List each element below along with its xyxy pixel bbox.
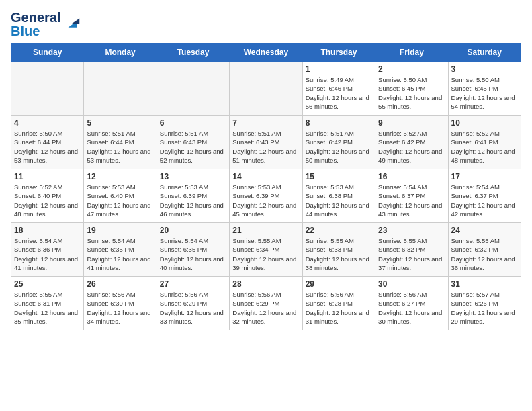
calendar-week-row: 1Sunrise: 5:49 AMSunset: 6:46 PMDaylight… [11,62,521,116]
day-info: Sunrise: 5:51 AMSunset: 6:44 PMDaylight:… [87,129,153,165]
calendar-day-cell: 31Sunrise: 5:57 AMSunset: 6:26 PMDayligh… [448,277,521,330]
calendar-day-cell: 2Sunrise: 5:50 AMSunset: 6:45 PMDaylight… [375,62,448,116]
weekday-header-row: SundayMondayTuesdayWednesdayThursdayFrid… [11,44,521,62]
day-number: 29 [306,279,372,289]
calendar-week-row: 4Sunrise: 5:50 AMSunset: 6:44 PMDaylight… [11,116,521,169]
day-info: Sunrise: 5:51 AMSunset: 6:42 PMDaylight:… [306,129,372,165]
day-info: Sunrise: 5:55 AMSunset: 6:32 PMDaylight:… [378,236,445,272]
calendar-day-cell: 5Sunrise: 5:51 AMSunset: 6:44 PMDaylight… [84,116,157,169]
calendar-day-cell: 22Sunrise: 5:55 AMSunset: 6:33 PMDayligh… [302,223,375,277]
day-number: 16 [378,172,445,181]
calendar-day-cell: 21Sunrise: 5:55 AMSunset: 6:34 PMDayligh… [230,223,302,277]
day-info: Sunrise: 5:55 AMSunset: 6:34 PMDaylight:… [232,236,299,272]
calendar-table: SundayMondayTuesdayWednesdayThursdayFrid… [11,43,521,330]
svg-marker-1 [73,19,80,24]
weekday-header: Friday [375,44,448,62]
calendar-day-cell: 7Sunrise: 5:51 AMSunset: 6:43 PMDaylight… [230,116,302,169]
day-info: Sunrise: 5:49 AMSunset: 6:46 PMDaylight:… [306,75,372,111]
calendar-day-cell [157,62,229,116]
calendar-day-cell: 28Sunrise: 5:56 AMSunset: 6:29 PMDayligh… [230,277,302,330]
day-number: 31 [451,279,518,289]
weekday-header: Wednesday [230,44,302,62]
day-info: Sunrise: 5:54 AMSunset: 6:35 PMDaylight:… [160,236,226,272]
calendar-day-cell: 10Sunrise: 5:52 AMSunset: 6:41 PMDayligh… [448,116,521,169]
calendar-day-cell: 27Sunrise: 5:56 AMSunset: 6:29 PMDayligh… [157,277,229,330]
calendar-day-cell: 6Sunrise: 5:51 AMSunset: 6:43 PMDaylight… [157,116,229,169]
day-info: Sunrise: 5:50 AMSunset: 6:44 PMDaylight:… [14,129,81,165]
day-info: Sunrise: 5:56 AMSunset: 6:28 PMDaylight:… [306,290,372,326]
calendar-week-row: 18Sunrise: 5:54 AMSunset: 6:36 PMDayligh… [11,223,521,277]
logo-general: General [11,11,60,24]
day-number: 5 [87,118,153,128]
day-number: 18 [14,226,81,235]
day-number: 3 [451,64,518,74]
calendar-day-cell: 16Sunrise: 5:54 AMSunset: 6:37 PMDayligh… [375,169,448,223]
day-info: Sunrise: 5:53 AMSunset: 6:40 PMDaylight:… [87,183,153,218]
calendar-day-cell: 11Sunrise: 5:52 AMSunset: 6:40 PMDayligh… [11,169,84,223]
day-info: Sunrise: 5:56 AMSunset: 6:27 PMDaylight:… [378,290,445,326]
calendar-day-cell: 14Sunrise: 5:53 AMSunset: 6:39 PMDayligh… [230,169,302,223]
day-info: Sunrise: 5:52 AMSunset: 6:42 PMDaylight:… [378,129,445,165]
day-number: 4 [14,118,81,128]
day-info: Sunrise: 5:52 AMSunset: 6:40 PMDaylight:… [14,183,81,218]
day-info: Sunrise: 5:50 AMSunset: 6:45 PMDaylight:… [378,75,445,111]
day-info: Sunrise: 5:57 AMSunset: 6:26 PMDaylight:… [451,290,518,326]
day-number: 13 [160,172,226,181]
calendar-week-row: 25Sunrise: 5:55 AMSunset: 6:31 PMDayligh… [11,277,521,330]
day-info: Sunrise: 5:56 AMSunset: 6:30 PMDaylight:… [87,290,153,326]
day-info: Sunrise: 5:54 AMSunset: 6:37 PMDaylight:… [378,183,445,218]
calendar-day-cell: 24Sunrise: 5:55 AMSunset: 6:32 PMDayligh… [448,223,521,277]
calendar-day-cell: 23Sunrise: 5:55 AMSunset: 6:32 PMDayligh… [375,223,448,277]
day-number: 6 [160,118,226,128]
day-number: 9 [378,118,445,128]
day-number: 22 [306,226,372,235]
day-number: 7 [232,118,299,128]
day-info: Sunrise: 5:51 AMSunset: 6:43 PMDaylight:… [232,129,299,165]
calendar-day-cell: 15Sunrise: 5:53 AMSunset: 6:38 PMDayligh… [302,169,375,223]
day-number: 25 [14,279,81,289]
day-number: 2 [378,64,445,74]
logo-blue: Blue [11,24,60,38]
weekday-header: Monday [84,44,157,62]
day-info: Sunrise: 5:53 AMSunset: 6:39 PMDaylight:… [160,183,226,218]
weekday-header: Tuesday [157,44,229,62]
calendar-day-cell: 25Sunrise: 5:55 AMSunset: 6:31 PMDayligh… [11,277,84,330]
calendar-day-cell: 13Sunrise: 5:53 AMSunset: 6:39 PMDayligh… [157,169,229,223]
day-info: Sunrise: 5:54 AMSunset: 6:36 PMDaylight:… [14,236,81,272]
day-number: 17 [451,172,518,181]
day-info: Sunrise: 5:55 AMSunset: 6:32 PMDaylight:… [451,236,518,272]
day-number: 28 [232,279,299,289]
day-number: 10 [451,118,518,128]
day-info: Sunrise: 5:54 AMSunset: 6:35 PMDaylight:… [87,236,153,272]
day-info: Sunrise: 5:56 AMSunset: 6:29 PMDaylight:… [160,290,226,326]
calendar-day-cell: 20Sunrise: 5:54 AMSunset: 6:35 PMDayligh… [157,223,229,277]
calendar-body: 1Sunrise: 5:49 AMSunset: 6:46 PMDaylight… [11,62,521,330]
calendar-day-cell: 3Sunrise: 5:50 AMSunset: 6:45 PMDaylight… [448,62,521,116]
day-info: Sunrise: 5:51 AMSunset: 6:43 PMDaylight:… [160,129,226,165]
day-number: 27 [160,279,226,289]
calendar-day-cell: 29Sunrise: 5:56 AMSunset: 6:28 PMDayligh… [302,277,375,330]
day-number: 12 [87,172,153,181]
calendar-day-cell: 8Sunrise: 5:51 AMSunset: 6:42 PMDaylight… [302,116,375,169]
calendar-day-cell [11,62,84,116]
day-info: Sunrise: 5:53 AMSunset: 6:39 PMDaylight:… [232,183,299,218]
day-info: Sunrise: 5:50 AMSunset: 6:45 PMDaylight:… [451,75,518,111]
day-number: 21 [232,226,299,235]
day-info: Sunrise: 5:52 AMSunset: 6:41 PMDaylight:… [451,129,518,165]
day-number: 1 [306,64,372,74]
day-number: 11 [14,172,81,181]
weekday-header: Thursday [302,44,375,62]
calendar-week-row: 11Sunrise: 5:52 AMSunset: 6:40 PMDayligh… [11,169,521,223]
logo: General Blue [11,11,82,38]
day-number: 30 [378,279,445,289]
day-info: Sunrise: 5:53 AMSunset: 6:38 PMDaylight:… [306,183,372,218]
calendar-day-cell: 18Sunrise: 5:54 AMSunset: 6:36 PMDayligh… [11,223,84,277]
day-number: 19 [87,226,153,235]
calendar-day-cell [230,62,302,116]
calendar-day-cell: 12Sunrise: 5:53 AMSunset: 6:40 PMDayligh… [84,169,157,223]
day-number: 15 [306,172,372,181]
header: General Blue [11,11,521,38]
day-number: 14 [232,172,299,181]
logo-icon [63,15,82,34]
calendar-day-cell: 26Sunrise: 5:56 AMSunset: 6:30 PMDayligh… [84,277,157,330]
